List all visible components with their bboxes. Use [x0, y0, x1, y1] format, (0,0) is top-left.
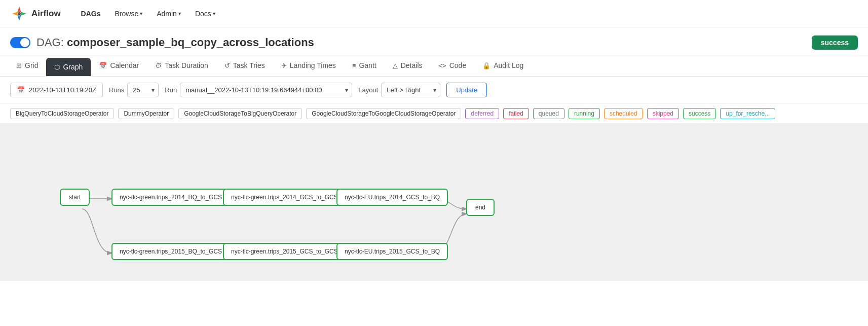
date-input[interactable]: 📅 2022-10-13T10:19:20Z	[10, 83, 103, 97]
logo-icon	[10, 5, 28, 23]
nav-browse[interactable]: Browse▾	[109, 7, 149, 21]
task-tries-icon: ↺	[224, 62, 230, 69]
node-start[interactable]: start	[60, 189, 90, 206]
node-2014-gcs-gcs[interactable]: nyc-tlc-green.trips_2014_GCS_to_GCS	[223, 189, 346, 206]
grid-icon: ⊞	[16, 62, 22, 69]
calendar-icon: 📅	[99, 62, 107, 69]
task-duration-icon: ⏱	[155, 62, 162, 69]
tabs-bar: ⊞ Grid ⬡ Graph 📅 Calendar ⏱ Task Duratio…	[0, 56, 868, 77]
legend-bar: BigQueryToCloudStorageOperator DummyOper…	[0, 104, 868, 124]
calendar-icon: 📅	[17, 86, 25, 94]
landing-times-icon: ✈	[281, 62, 287, 69]
runs-select-wrapper: 25 50 100 ▾	[127, 83, 159, 97]
tab-graph[interactable]: ⬡ Graph	[46, 58, 91, 76]
header: Airflow DAGs Browse▾ Admin▾ Docs▾	[0, 0, 868, 27]
tab-audit-log[interactable]: 🔒 Audit Log	[474, 56, 532, 76]
run-select-wrapper: manual__2022-10-13T10:19:19.664944+00:00…	[180, 83, 352, 97]
tab-details[interactable]: △ Details	[385, 56, 431, 76]
legend-tag-success[interactable]: success	[683, 108, 716, 119]
dag-prefix: DAG:	[36, 36, 64, 49]
layout-group: Layout Left > Right Top > Bottom ▾	[358, 83, 440, 97]
layout-label: Layout	[358, 86, 378, 94]
tab-task-tries[interactable]: ↺ Task Tries	[216, 56, 273, 76]
tab-gantt[interactable]: ≡ Gantt	[344, 56, 385, 76]
legend-tag-gcs-gcs[interactable]: GoogleCloudStorageToGoogleCloudStorageOp…	[306, 108, 461, 119]
svg-marker-3	[12, 12, 18, 16]
node-2014-bq-gcs[interactable]: nyc-tlc-green.trips_2014_BQ_to_GCS	[111, 189, 230, 206]
runs-group: Runs 25 50 100 ▾	[109, 83, 159, 97]
node-2014-gcs-bq[interactable]: nyc-tlc-EU.trips_2014_GCS_to_BQ	[336, 189, 448, 206]
tab-task-duration[interactable]: ⏱ Task Duration	[147, 56, 216, 76]
gantt-icon: ≡	[352, 62, 356, 69]
svg-marker-2	[17, 15, 21, 21]
tab-calendar[interactable]: 📅 Calendar	[91, 56, 147, 76]
dag-title: DAG: composer_sample_bq_copy_across_loca…	[36, 36, 314, 49]
legend-tag-deferred[interactable]: deferred	[465, 108, 499, 119]
run-group: Run manual__2022-10-13T10:19:19.664944+0…	[165, 83, 352, 97]
date-value: 2022-10-13T10:19:20Z	[29, 86, 96, 94]
legend-tag-up-for-resche[interactable]: up_for_resche...	[720, 108, 775, 119]
legend-tag-bigquery[interactable]: BigQueryToCloudStorageOperator	[10, 108, 114, 119]
dag-header: DAG: composer_sample_bq_copy_across_loca…	[0, 27, 868, 56]
runs-label: Runs	[109, 86, 124, 94]
main-nav: DAGs Browse▾ Admin▾ Docs▾	[75, 7, 221, 21]
layout-select[interactable]: Left > Right Top > Bottom	[381, 83, 440, 97]
legend-tag-dummy[interactable]: DummyOperator	[118, 108, 174, 119]
tab-landing-times[interactable]: ✈ Landing Times	[273, 56, 344, 76]
nav-admin[interactable]: Admin▾	[150, 7, 187, 21]
dag-toggle[interactable]	[10, 37, 30, 48]
svg-marker-1	[20, 12, 26, 16]
details-icon: △	[393, 62, 398, 69]
nav-docs[interactable]: Docs▾	[189, 7, 221, 21]
graph-icon: ⬡	[54, 63, 60, 71]
dag-name: composer_sample_bq_copy_across_locations	[67, 36, 314, 49]
runs-select[interactable]: 25 50 100	[127, 83, 159, 97]
success-badge: success	[812, 35, 858, 50]
legend-tag-failed[interactable]: failed	[503, 108, 529, 119]
legend-tag-queued[interactable]: queued	[533, 108, 564, 119]
tab-code[interactable]: <> Code	[431, 56, 475, 76]
node-end[interactable]: end	[466, 199, 495, 216]
node-2015-gcs-gcs[interactable]: nyc-tlc-green.trips_2015_GCS_to_GCS	[223, 243, 346, 260]
nav-dags[interactable]: DAGs	[75, 7, 107, 21]
run-select[interactable]: manual__2022-10-13T10:19:19.664944+00:00	[180, 83, 352, 97]
code-icon: <>	[439, 62, 446, 69]
svg-point-4	[18, 12, 21, 15]
layout-select-wrapper: Left > Right Top > Bottom ▾	[381, 83, 440, 97]
graph-area: start nyc-tlc-green.trips_2014_BQ_to_GCS…	[0, 124, 868, 281]
legend-tag-running[interactable]: running	[569, 108, 600, 119]
update-button[interactable]: Update	[446, 83, 487, 97]
audit-log-icon: 🔒	[482, 62, 490, 69]
svg-marker-0	[17, 7, 21, 13]
logo-text: Airflow	[31, 9, 61, 19]
legend-tag-scheduled[interactable]: scheduled	[604, 108, 643, 119]
legend-tag-gcs-bq[interactable]: GoogleCloudStorageToBigQueryOperator	[178, 108, 302, 119]
node-2015-gcs-bq[interactable]: nyc-tlc-EU.trips_2015_GCS_to_BQ	[336, 243, 448, 260]
run-label: Run	[165, 86, 177, 94]
tab-grid[interactable]: ⊞ Grid	[8, 56, 46, 76]
node-2015-bq-gcs[interactable]: nyc-tlc-green.trips_2015_BQ_to_GCS	[111, 243, 230, 260]
legend-tag-skipped[interactable]: skipped	[647, 108, 679, 119]
logo[interactable]: Airflow	[10, 5, 61, 23]
controls-bar: 📅 2022-10-13T10:19:20Z Runs 25 50 100 ▾ …	[0, 77, 868, 104]
